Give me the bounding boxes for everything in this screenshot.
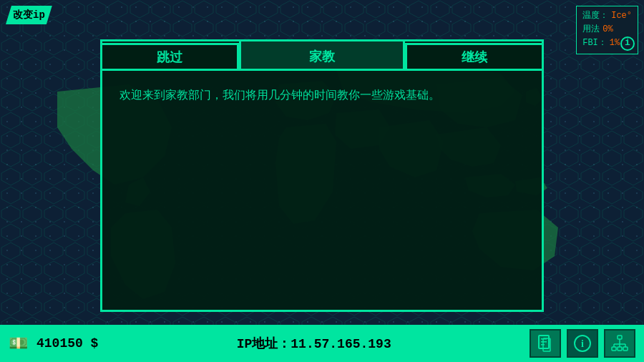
svg-rect-12 bbox=[623, 347, 628, 351]
svg-rect-4 bbox=[541, 341, 547, 343]
dialog-text: 欢迎来到家教部门，我们将用几分钟的时间教你一些游戏基础。 bbox=[119, 87, 525, 106]
money-icon: 💵 bbox=[9, 334, 28, 353]
skip-label: 跳过 bbox=[157, 49, 182, 66]
change-ip-button[interactable]: 改变ip bbox=[6, 6, 52, 24]
info-button[interactable]: i bbox=[567, 329, 598, 358]
fbi-value: 1% bbox=[610, 36, 620, 50]
skip-tab[interactable]: 跳过 bbox=[102, 43, 239, 69]
method-label: 用法 bbox=[582, 23, 600, 36]
dialog-header: 跳过 家教 继续 bbox=[102, 39, 542, 71]
svg-rect-10 bbox=[612, 347, 616, 351]
temperature-row: 温度： Ice° bbox=[582, 9, 632, 23]
continue-label: 继续 bbox=[462, 49, 487, 66]
temp-label: 温度： bbox=[582, 9, 608, 23]
bottom-bar: 💵 410150 $ IP地址：11.57.165.193 i bbox=[0, 325, 644, 362]
fbi-label: FBI： bbox=[582, 36, 607, 50]
temp-value: Ice° bbox=[611, 9, 632, 23]
network-button[interactable] bbox=[604, 329, 635, 358]
dialog-title: 家教 bbox=[309, 48, 335, 65]
stats-panel: 温度： Ice° 用法 0% FBI： 1% i bbox=[576, 6, 638, 54]
method-row: 用法 0% bbox=[582, 23, 632, 36]
documents-button[interactable] bbox=[530, 329, 561, 358]
ip-address-label: IP地址：11.57.165.193 bbox=[107, 335, 521, 352]
method-value: 0% bbox=[602, 23, 613, 36]
info-icon-stats[interactable]: i bbox=[620, 36, 635, 51]
svg-rect-9 bbox=[618, 336, 622, 339]
money-amount: 410150 $ bbox=[36, 336, 98, 351]
svg-text:i: i bbox=[581, 338, 584, 349]
continue-tab[interactable]: 继续 bbox=[405, 43, 542, 69]
bottom-icon-group: i bbox=[530, 329, 635, 358]
dialog-content: 欢迎来到家教部门，我们将用几分钟的时间教你一些游戏基础。 bbox=[102, 73, 542, 120]
svg-rect-11 bbox=[618, 347, 622, 351]
tutorial-dialog: 跳过 家教 继续 欢迎来到家教部门，我们将用几分钟的时间教你一些游戏基础。 bbox=[100, 39, 544, 312]
title-tab: 家教 bbox=[239, 39, 405, 71]
